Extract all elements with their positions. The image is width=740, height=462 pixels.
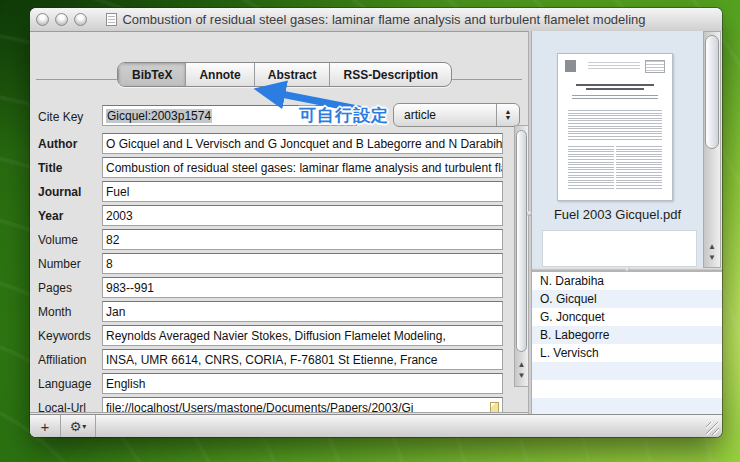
tab-label: RSS-Description — [343, 68, 438, 82]
preview-scrollbar[interactable]: ▲ ▼ — [703, 31, 721, 268]
tab[interactable]: Annote — [185, 63, 253, 86]
file-preview-pane: Fuel 2003 Gicquel.pdf — [532, 31, 703, 268]
field-row: Keywords Reynolds Averaged Navier Stokes… — [30, 325, 528, 346]
field-row: Language English — [30, 373, 528, 394]
scroll-down-icon[interactable]: ▼ — [518, 372, 526, 380]
field-value: file://localhost/Users/mastone/Documents… — [106, 401, 413, 413]
field-input[interactable]: Fuel — [102, 181, 503, 202]
field-row: Number 8 — [30, 253, 528, 274]
field-row: Month Jan — [30, 301, 528, 322]
close-icon[interactable] — [36, 13, 49, 26]
scroll-down-icon[interactable]: ▼ — [708, 254, 716, 262]
pdf-thumbnail[interactable] — [557, 53, 673, 201]
field-label: Keywords — [38, 329, 91, 343]
field-row: Title Combustion of residual steel gases… — [30, 157, 528, 178]
field-label: Month — [38, 305, 71, 319]
chevron-down-icon: ▾ — [82, 422, 86, 431]
window-title: Combustion of residual steel gases: lami… — [122, 12, 645, 27]
field-input[interactable]: Jan — [102, 301, 503, 322]
file-icon[interactable] — [490, 402, 499, 412]
field-input[interactable]: 82 — [102, 229, 503, 250]
traffic-lights — [36, 13, 87, 26]
field-input[interactable]: English — [102, 373, 503, 394]
field-value: Combustion of residual steel gases: lami… — [106, 161, 503, 175]
field-input[interactable]: 2003 — [102, 205, 503, 226]
scrollbar-arrows: ▲ ▼ — [515, 361, 528, 380]
field-value: 983--991 — [106, 281, 154, 295]
scroll-up-icon[interactable]: ▲ — [708, 243, 716, 251]
field-row: Author O Gicquel and L Vervisch and G Jo… — [30, 133, 528, 154]
annotation-text: 可自行設定 — [299, 104, 389, 127]
list-item[interactable]: O. Gicquel — [532, 290, 722, 308]
entry-type-popup[interactable]: article ▲▼ — [393, 103, 520, 127]
tab[interactable]: Abstract — [254, 63, 330, 86]
field-label: Affiliation — [38, 353, 86, 367]
stepper-icon[interactable]: ▲▼ — [496, 104, 519, 126]
field-input[interactable]: 8 — [102, 253, 503, 274]
gear-icon: ⚙ — [70, 419, 82, 434]
field-value: Jan — [106, 305, 125, 319]
field-label: Pages — [38, 281, 72, 295]
field-value: O Gicquel and L Vervisch and G Joncquet … — [106, 137, 503, 151]
field-label: Local-Url — [38, 401, 86, 412]
bibdesk-editor-window: Combustion of residual steel gases: lami… — [30, 8, 722, 437]
scrollbar-arrows: ▲ ▼ — [704, 243, 720, 262]
field-label: Author — [38, 137, 77, 151]
pdf-filename: Fuel 2003 Gicquel.pdf — [532, 207, 703, 222]
bottom-toolbar: + ⚙ ▾ — [30, 414, 722, 437]
tab-bar: BibTeXAnnoteAbstractRSS-Description — [117, 62, 452, 87]
field-label: Journal — [38, 185, 81, 199]
tab[interactable]: BibTeX — [118, 63, 185, 86]
list-item[interactable]: N. Darabiha — [532, 272, 722, 290]
field-input[interactable]: O Gicquel and L Vervisch and G Joncquet … — [102, 133, 503, 154]
field-input[interactable]: Combustion of residual steel gases: lami… — [102, 157, 503, 178]
field-input[interactable]: INSA, UMR 6614, CNRS, CORIA, F-76801 St … — [102, 349, 503, 370]
field-value: 8 — [106, 257, 113, 271]
resize-grip[interactable] — [706, 422, 719, 435]
toolbar-separator — [95, 415, 96, 437]
list-item[interactable]: L. Vervisch — [532, 344, 722, 362]
fields-scrollbar[interactable]: ▲ ▼ — [514, 125, 529, 387]
field-value: Reynolds Averaged Navier Stokes, Diffusi… — [106, 329, 446, 343]
field-label: Title — [38, 161, 62, 175]
list-item[interactable]: G. Joncquet — [532, 308, 722, 326]
field-label: Language — [38, 377, 91, 391]
pdf-title-line — [576, 84, 654, 86]
field-value: 82 — [106, 233, 119, 247]
pdf-title-line2 — [586, 88, 644, 90]
pdf-header-lines — [588, 62, 640, 70]
zoom-icon[interactable] — [74, 13, 87, 26]
field-input[interactable]: 983--991 — [102, 277, 503, 298]
sidebar-pane: Fuel 2003 Gicquel.pdf ▲ ▼ N. DarabihaO. … — [532, 31, 722, 414]
titlebar[interactable]: Combustion of residual steel gases: lami… — [30, 8, 722, 32]
pdf-author-lines — [572, 95, 658, 101]
scroll-up-icon[interactable]: ▲ — [518, 361, 526, 369]
field-row: Volume 82 — [30, 229, 528, 250]
tab[interactable]: RSS-Description — [329, 63, 451, 86]
list-item[interactable]: B. Labegorre — [532, 326, 722, 344]
field-label: Number — [38, 257, 81, 271]
minimize-icon[interactable] — [55, 13, 68, 26]
pdf-abstract-lines — [568, 110, 662, 140]
scrollbar-thumb[interactable] — [516, 130, 527, 352]
editor-pane: BibTeXAnnoteAbstractRSS-Description Cite… — [30, 31, 528, 437]
tab-label: Annote — [199, 68, 240, 82]
pdf-logo-right — [645, 60, 665, 73]
action-menu-button[interactable]: ⚙ ▾ — [61, 415, 95, 437]
field-value: Fuel — [106, 185, 129, 199]
field-label: Year — [38, 209, 63, 223]
add-field-button[interactable]: + — [30, 415, 60, 437]
field-row: Affiliation INSA, UMR 6614, CNRS, CORIA,… — [30, 349, 528, 370]
field-row: Local-Url file://localhost/Users/mastone… — [30, 397, 528, 412]
title-wrap: Combustion of residual steel gases: lami… — [106, 12, 645, 27]
tab-label: Abstract — [268, 68, 317, 82]
field-input[interactable]: Reynolds Averaged Navier Stokes, Diffusi… — [102, 325, 503, 346]
document-icon — [106, 13, 117, 26]
field-row: Journal Fuel — [30, 181, 528, 202]
next-preview-cell — [542, 230, 697, 267]
pdf-column-left — [568, 146, 614, 190]
field-input[interactable]: file://localhost/Users/mastone/Documents… — [102, 397, 503, 412]
field-row: Year 2003 — [30, 205, 528, 226]
scrollbar-thumb[interactable] — [705, 35, 719, 149]
bibtex-fields: Author O Gicquel and L Vervisch and G Jo… — [30, 133, 528, 412]
